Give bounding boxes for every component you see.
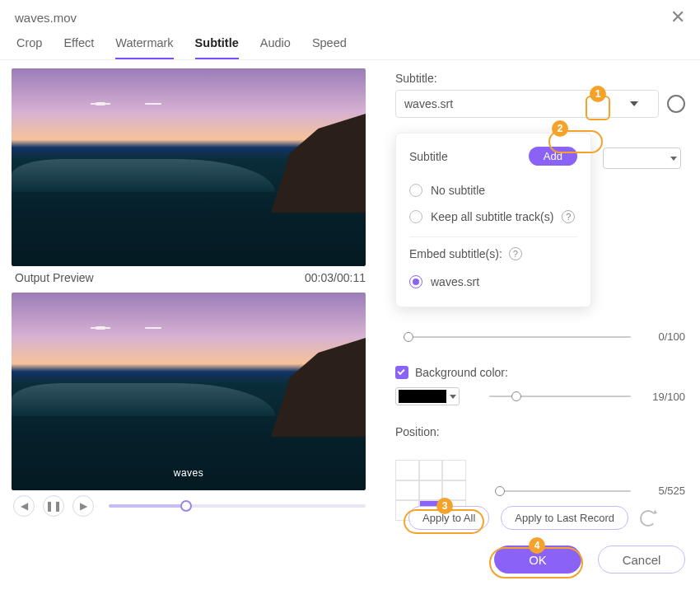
filename: waves.mov	[15, 11, 77, 25]
option-label: Keep all subtitle track(s)	[431, 210, 553, 223]
slider-handle[interactable]	[404, 332, 413, 342]
bg-opacity-value: 19/100	[639, 391, 685, 403]
search-icon[interactable]	[667, 95, 685, 113]
pos-cell-tr[interactable]	[442, 460, 466, 480]
bg-color-section: Background color: 19/100	[395, 366, 685, 405]
slider-handle[interactable]	[495, 486, 505, 496]
apply-row: Apply to All Apply to Last Record	[408, 506, 656, 530]
subtitle-dropdown-popup: Subtitle Add No subtitle Keep all subtit…	[395, 133, 591, 307]
pos-cell-mc[interactable]	[419, 480, 443, 501]
seek-handle[interactable]	[180, 500, 192, 512]
ok-button[interactable]: OK	[494, 546, 581, 574]
chevron-down-icon	[630, 101, 638, 106]
option-keep-all[interactable]: Keep all subtitle track(s) ?	[409, 204, 577, 230]
close-icon[interactable]: ✕	[670, 8, 685, 26]
chevron-down-icon	[450, 395, 456, 399]
bg-color-checkbox[interactable]	[395, 366, 408, 379]
footer-buttons: OK Cancel	[494, 546, 685, 574]
embedded-subtitle-text: waves	[12, 467, 366, 479]
option-label: No subtitle	[431, 184, 485, 197]
subtitle-file-row: Subtitle Add No subtitle Keep all subtit…	[395, 90, 685, 118]
subtitle-dropdown-toggle[interactable]	[623, 90, 646, 118]
add-button[interactable]: Add	[529, 147, 577, 166]
player-controls: ◀ ❚❚ ▶	[12, 490, 369, 517]
pos-cell-mr[interactable]	[442, 480, 466, 501]
tab-effect[interactable]: Effect	[63, 36, 94, 59]
radio-icon	[409, 184, 422, 197]
chevron-down-icon	[670, 157, 677, 161]
preview-output: waves	[12, 293, 366, 490]
radio-icon	[409, 210, 422, 223]
apply-all-button[interactable]: Apply to All	[408, 506, 489, 530]
help-icon[interactable]: ?	[562, 210, 575, 223]
subtitle-input[interactable]	[395, 90, 659, 118]
pause-icon[interactable]: ❚❚	[43, 495, 64, 517]
pos-cell-ml[interactable]	[395, 480, 419, 501]
position-slider[interactable]	[497, 490, 631, 492]
color-swatch	[399, 390, 446, 403]
prev-icon[interactable]: ◀	[13, 495, 35, 517]
option-embed-file[interactable]: waves.srt	[409, 269, 577, 295]
help-icon[interactable]: ?	[509, 247, 522, 260]
next-icon[interactable]: ▶	[72, 495, 94, 517]
position-label: Position:	[395, 425, 685, 438]
cancel-button[interactable]: Cancel	[598, 546, 685, 574]
tabs: Crop Effect Watermark Subtitle Audio Spe…	[0, 30, 700, 60]
tab-speed[interactable]: Speed	[312, 36, 347, 59]
output-row: Output Preview 00:03/00:11	[12, 266, 369, 293]
pos-cell-tl[interactable]	[395, 460, 419, 480]
radio-icon	[409, 275, 422, 288]
bg-color-select[interactable]	[395, 387, 460, 405]
seek-slider[interactable]	[109, 504, 366, 508]
position-value: 5/525	[639, 485, 685, 497]
popup-title: Subtitle	[409, 150, 448, 163]
option-label: waves.srt	[431, 275, 479, 288]
output-label: Output Preview	[15, 271, 94, 284]
titlebar: waves.mov ✕	[0, 0, 700, 30]
option-no-subtitle[interactable]: No subtitle	[409, 177, 577, 204]
pos-cell-tc[interactable]	[419, 460, 443, 480]
tab-subtitle[interactable]: Subtitle	[195, 36, 239, 59]
preview-original	[12, 68, 366, 266]
tab-audio[interactable]: Audio	[260, 36, 291, 59]
transparency-row: 0/100	[395, 330, 685, 343]
apply-last-button[interactable]: Apply to Last Record	[501, 506, 628, 530]
embed-label: Embed subtitle(s):	[409, 247, 502, 260]
left-panel: Output Preview 00:03/00:11 waves ◀ ❚❚ ▶	[0, 60, 379, 521]
tab-crop[interactable]: Crop	[16, 36, 42, 59]
time-display: 00:03/00:11	[305, 271, 366, 284]
bg-color-label: Background color:	[415, 366, 508, 379]
transparency-slider[interactable]	[404, 336, 631, 338]
transparency-value: 0/100	[639, 330, 685, 343]
subtitle-label: Subtitle:	[395, 72, 685, 85]
right-panel: Subtitle: Subtitle Add No subtitle	[379, 60, 700, 521]
bg-opacity-slider[interactable]	[489, 396, 631, 397]
tab-watermark[interactable]: Watermark	[115, 36, 173, 59]
font-select[interactable]	[603, 148, 685, 169]
reset-icon[interactable]	[640, 510, 656, 527]
slider-handle[interactable]	[511, 391, 521, 401]
